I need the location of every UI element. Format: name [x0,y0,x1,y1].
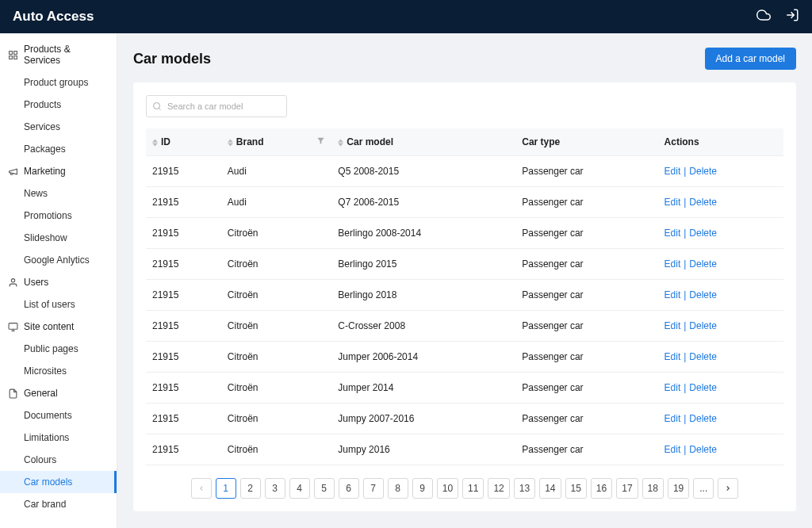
page-7[interactable]: 7 [363,478,384,499]
sidebar-item-colours[interactable]: Colours [0,449,117,471]
delete-link[interactable]: Delete [689,382,717,393]
edit-link[interactable]: Edit [665,413,681,424]
sidebar-item-google-anlytics[interactable]: Google Anlytics [0,249,117,271]
sidebar-item-packages[interactable]: Packages [0,138,117,160]
sidebar-item-documents[interactable]: Documents [0,404,117,427]
table-row: 21915AudiQ7 2006-2015Passenger carEdit|D… [146,187,783,218]
page-4[interactable]: 4 [289,478,310,499]
cell-id: 21915 [146,373,221,404]
edit-link[interactable]: Edit [665,228,681,239]
sidebar-group-products-services[interactable]: Products & Services [0,38,117,71]
edit-link[interactable]: Edit [665,351,681,362]
edit-link[interactable]: Edit [665,444,681,455]
page-title: Car models [133,51,211,67]
add-car-model-button[interactable]: Add a car model [705,48,796,70]
page-10[interactable]: 10 [437,478,458,499]
cell-id: 21915 [146,311,221,342]
sidebar-item-microsites[interactable]: Microsites [0,360,117,382]
cell-model: Berlingo 2015 [331,249,515,280]
page-6[interactable]: 6 [339,478,359,499]
main-content: Car models Add a car model IDBrandCar mo… [117,33,812,528]
sidebar-item-slideshow[interactable]: Slideshow [0,227,117,249]
edit-link[interactable]: Edit [665,197,681,208]
delete-link[interactable]: Delete [689,289,717,300]
edit-link[interactable]: Edit [665,320,681,331]
page-15[interactable]: 15 [565,478,587,499]
column-car-model[interactable]: Car model [331,128,515,156]
cell-actions: Edit|Delete [658,249,783,280]
page-19[interactable]: 19 [668,478,689,499]
page-ellipsis[interactable]: ... [693,478,714,499]
column-id[interactable]: ID [146,128,221,156]
cloud-icon[interactable] [756,8,771,25]
cell-type: Passenger car [515,342,657,373]
delete-link[interactable]: Delete [689,166,717,177]
page-18[interactable]: 18 [642,478,664,499]
cell-brand: Audi [221,187,332,218]
cell-type: Passenger car [515,249,657,280]
table-row: 21915CitroënBerlingo 2018Passenger carEd… [146,280,783,311]
edit-link[interactable]: Edit [665,289,681,300]
sidebar-item-promotions[interactable]: Promotions [0,205,117,227]
filter-icon[interactable] [316,136,325,147]
cell-type: Passenger car [515,187,657,218]
sidebar-group-general[interactable]: General [0,382,117,404]
delete-link[interactable]: Delete [689,444,717,455]
cell-id: 21915 [146,434,221,465]
edit-link[interactable]: Edit [665,166,681,177]
page-11[interactable]: 11 [462,478,484,499]
column-car-type: Car type [515,128,657,156]
delete-link[interactable]: Delete [689,228,717,239]
table-row: 21915CitroënJumper 2014Passenger carEdit… [146,373,783,404]
sidebar-item-car-brand[interactable]: Car brand [0,493,117,515]
sidebar-item-list-of-users[interactable]: List of users [0,293,117,316]
search-wrapper [146,95,287,117]
sidebar: Products & ServicesProduct groupsProduct… [0,33,117,528]
search-input[interactable] [146,95,287,117]
page-2[interactable]: 2 [240,478,261,499]
content-card: IDBrandCar modelCar typeActions 21915Aud… [133,82,796,511]
sidebar-item-news[interactable]: News [0,182,117,205]
topbar: Auto Access [0,0,812,33]
cell-id: 21915 [146,342,221,373]
page-17[interactable]: 17 [616,478,638,499]
sidebar-item-product-groups[interactable]: Product groups [0,71,117,94]
svg-point-4 [11,278,14,281]
edit-link[interactable]: Edit [665,382,681,393]
sidebar-item-services[interactable]: Services [0,116,117,138]
svg-rect-5 [9,323,17,329]
cell-model: Jumpy 2007-2016 [331,404,515,434]
column-brand[interactable]: Brand [221,128,332,156]
delete-link[interactable]: Delete [689,320,717,331]
app-title: Auto Access [13,9,94,25]
page-14[interactable]: 14 [539,478,561,499]
sidebar-item-public-pages[interactable]: Public pages [0,338,117,360]
delete-link[interactable]: Delete [689,258,717,270]
page-12[interactable]: 12 [488,478,509,499]
page-16[interactable]: 16 [591,478,612,499]
sidebar-item-products[interactable]: Products [0,94,117,116]
sidebar-item-car-models[interactable]: Car models [0,471,117,493]
delete-link[interactable]: Delete [689,197,717,208]
edit-link[interactable]: Edit [665,258,681,270]
page-13[interactable]: 13 [514,478,535,499]
page-5[interactable]: 5 [314,478,335,499]
cell-model: Berlingo 2018 [331,280,515,311]
cell-type: Passenger car [515,156,657,187]
page-9[interactable]: 9 [412,478,433,499]
svg-point-8 [154,103,160,109]
sidebar-group-site-content[interactable]: Site content [0,316,117,338]
sidebar-group-marketing[interactable]: Marketing [0,160,117,182]
delete-link[interactable]: Delete [689,351,717,362]
page-prev[interactable] [191,478,212,499]
page-3[interactable]: 3 [265,478,285,499]
delete-link[interactable]: Delete [689,413,717,424]
page-next[interactable] [718,478,738,499]
page-8[interactable]: 8 [388,478,408,499]
logout-icon[interactable] [785,8,799,25]
page-1[interactable]: 1 [216,478,236,499]
sidebar-group-users[interactable]: Users [0,271,117,293]
svg-rect-3 [14,55,17,59]
sidebar-item-limitations[interactable]: Limitations [0,427,117,449]
svg-rect-0 [10,51,13,54]
